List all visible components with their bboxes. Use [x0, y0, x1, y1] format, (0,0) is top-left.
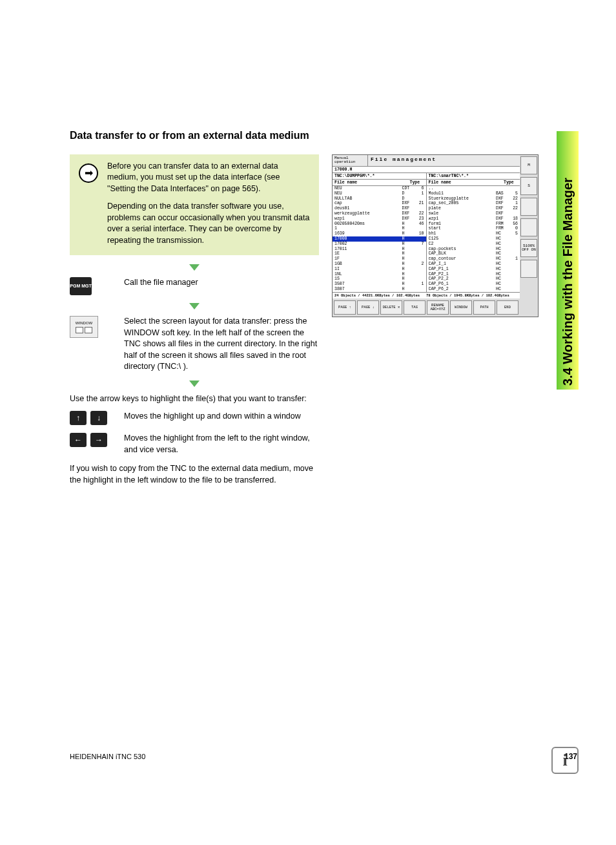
sidebar-button[interactable]: S — [520, 177, 537, 195]
sidebar-button[interactable]: S100% OFF ON — [520, 239, 537, 257]
table-row[interactable]: .. — [427, 186, 520, 191]
flow-arrow-icon — [70, 303, 319, 309]
note-p1: Before you can transfer data to an exter… — [107, 161, 310, 195]
table-row[interactable]: 0020500420msH46 — [333, 222, 426, 227]
table-row[interactable]: CAP_P2_1HC — [427, 272, 520, 277]
table-row[interactable]: swleDXF — [427, 211, 520, 216]
page-footer: HEIDENHAIN iTNC 530 137 — [70, 752, 577, 761]
table-row[interactable]: wzp1DXF18 — [427, 216, 520, 222]
note-p2: Depending on the data transfer software … — [107, 201, 310, 246]
table-row[interactable]: C2HC — [427, 242, 520, 247]
info-icon: i — [551, 747, 579, 774]
step-2: WINDOW Select the screen layout for data… — [70, 316, 319, 373]
table-row[interactable]: 3507H1 — [333, 282, 426, 287]
table-row[interactable]: plateDXF22 — [427, 206, 520, 211]
window-softkey-icon: WINDOW — [70, 316, 98, 338]
left-panel[interactable]: TNC:\DUMPPGM\*.* File nameType NEUCDT6NE… — [333, 173, 427, 292]
softkey-row: PAGE ↑PAGE ↓DELETE ✕TAGRENAME ABC=XYZWIN… — [333, 298, 520, 317]
arrow-right-key-icon: → — [90, 433, 107, 447]
softkey-button[interactable]: END — [497, 300, 518, 315]
right-sidebar: MSS100% OFF ON — [520, 155, 538, 317]
paragraph: Use the arrow keys to highlight the file… — [70, 393, 319, 405]
table-row[interactable]: bh1HC5 — [427, 231, 520, 236]
tnc-screenshot: Manual operation File management 17000.H… — [332, 154, 539, 317]
softkey-button[interactable]: RENAME ABC=XYZ — [427, 300, 449, 315]
arrow-up-key-icon: ↑ — [70, 411, 87, 425]
sidebar-button[interactable] — [520, 218, 537, 236]
softkey-button[interactable]: PATH — [473, 300, 495, 315]
softkey-button[interactable]: PAGE ↓ — [357, 300, 379, 315]
right-panel[interactable]: TNC:\smarTNC\*.* File nameType ..Modul1B… — [427, 173, 520, 292]
table-row[interactable]: 1EH — [333, 251, 426, 256]
table-row[interactable]: CAP_P6_1HC — [427, 282, 520, 287]
table-row[interactable]: werkzeugplatteDXF22 — [333, 211, 426, 216]
table-row[interactable]: StuerkzeugplatteDXF22 — [427, 196, 520, 202]
table-row[interactable]: 3807H — [333, 287, 426, 292]
arrow-right-icon: ➡ — [79, 163, 98, 183]
step-1: PGM MGT Call the file manager — [70, 277, 319, 295]
note-box: ➡ Before you can transfer data to an ext… — [70, 154, 319, 256]
table-row[interactable]: 1NLH — [333, 272, 426, 277]
table-row[interactable]: cap_contourHC1 — [427, 256, 520, 262]
table-row[interactable]: 1GBH2 — [333, 262, 426, 267]
table-row[interactable]: 1FH — [333, 256, 426, 262]
sidebar-button[interactable] — [520, 198, 537, 216]
sidebar-button[interactable] — [520, 260, 537, 278]
flow-arrow-icon — [70, 381, 319, 387]
table-row[interactable]: C125HC — [427, 236, 520, 242]
table-row[interactable]: 17000H — [333, 236, 426, 242]
table-row[interactable]: CAP_P6_2HC — [427, 287, 520, 292]
arrow-left-key-icon: ← — [70, 433, 87, 447]
table-row[interactable]: cap_sec_2005DXF1 — [427, 201, 520, 206]
screen-title: File management — [368, 155, 520, 166]
softkey-button[interactable]: DELETE ✕ — [380, 300, 402, 315]
table-row[interactable]: 17002H7 — [333, 242, 426, 247]
step-arrows-leftright: ← → Moves the highlight from the left to… — [70, 433, 319, 455]
sidebar-button[interactable]: M — [520, 156, 537, 174]
heading: Data transfer to or from an external dat… — [70, 129, 315, 143]
flow-arrow-icon — [70, 264, 319, 271]
section-tab: 3.4 Working with the File Manager — [557, 131, 579, 390]
table-row[interactable]: CAP_BLKHC — [427, 251, 520, 256]
table-row[interactable]: CAP_I_1HC — [427, 262, 520, 267]
arrow-down-key-icon: ↓ — [90, 411, 107, 425]
table-row[interactable]: capDXF21 — [333, 201, 426, 206]
softkey-button[interactable]: TAG — [404, 300, 426, 315]
footer-left: HEIDENHAIN iTNC 530 — [70, 753, 145, 760]
paragraph: If you wish to copy from the TNC to the … — [70, 463, 319, 486]
table-row[interactable]: startFRM0 — [427, 226, 520, 231]
table-row[interactable]: CAP_P1_1HC — [427, 267, 520, 272]
table-row[interactable]: cap-pocketsHC — [427, 247, 520, 252]
table-row[interactable]: 1639H10 — [333, 231, 426, 236]
table-row[interactable]: 1IH — [333, 267, 426, 272]
table-row[interactable]: 1H — [333, 226, 426, 231]
table-row[interactable]: Modul1BAS5 — [427, 191, 520, 196]
table-row[interactable]: NULLTABD — [333, 196, 426, 202]
table-row[interactable]: wzp1DXF23 — [333, 216, 426, 222]
table-row[interactable]: 17011H — [333, 247, 426, 252]
status-bar: 24 Objects / 44221.6KBytes / 102.4GBytes… — [333, 292, 520, 298]
mode-label: Manual operation — [333, 155, 368, 166]
pgm-mgt-key-icon: PGM MGT — [70, 277, 92, 295]
step-arrows-updown: ↑ ↓ Moves the highlight up and down with… — [70, 411, 319, 425]
table-row[interactable]: deus01DXF — [333, 206, 426, 211]
table-row[interactable]: NEUCDT6 — [333, 186, 426, 191]
table-row[interactable]: form1FRM56 — [427, 222, 520, 227]
current-file: 17000.H — [333, 167, 520, 173]
softkey-button[interactable]: PAGE ↑ — [334, 300, 356, 315]
table-row[interactable]: NEUD1 — [333, 191, 426, 196]
table-row[interactable]: 1SH — [333, 276, 426, 282]
table-row[interactable]: CAP_P2_2HC — [427, 276, 520, 282]
softkey-button[interactable]: WINDOW — [450, 300, 472, 315]
